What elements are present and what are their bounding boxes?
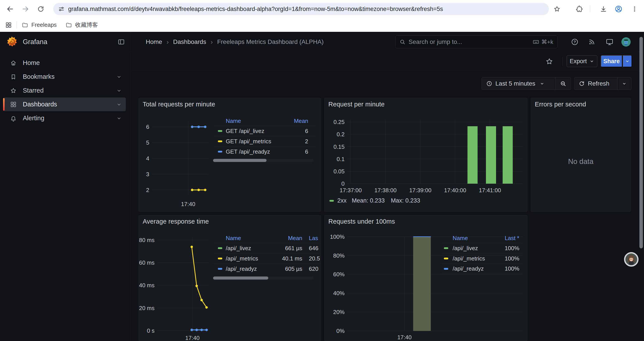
legend-row[interactable]: GET /api/_metrics 2 bbox=[213, 136, 316, 146]
sidebar-item-bookmarks[interactable]: Bookmarks bbox=[3, 70, 126, 84]
series-name[interactable]: /api/_metrics bbox=[226, 255, 270, 262]
news-rss-icon[interactable] bbox=[587, 37, 597, 47]
bookmark-star-icon[interactable] bbox=[552, 5, 562, 14]
help-icon[interactable]: ? bbox=[570, 37, 580, 47]
bookmarks-divider bbox=[17, 22, 17, 29]
svg-text:5: 5 bbox=[146, 139, 149, 146]
legend-row[interactable]: /api/_livez 100% bbox=[441, 243, 522, 253]
svg-text:80 ms: 80 ms bbox=[139, 237, 154, 243]
legend-scrollbar-track[interactable] bbox=[213, 159, 314, 162]
svg-text:?: ? bbox=[574, 40, 576, 44]
series-last: 20.5 r bbox=[302, 255, 321, 262]
refresh-button[interactable]: Refresh bbox=[574, 78, 617, 90]
grafana-sidebar: Grafana Home Bookmarks Starred Dashboard… bbox=[0, 32, 131, 341]
series-swatch bbox=[218, 258, 222, 259]
downloads-icon[interactable] bbox=[599, 5, 608, 14]
sidebar-item-starred[interactable]: Starred bbox=[3, 84, 126, 97]
series-name[interactable]: GET /api/_livez bbox=[226, 128, 264, 135]
breadcrumb-home[interactable]: Home bbox=[146, 38, 162, 46]
grafana-logo[interactable] bbox=[6, 36, 18, 48]
search-input[interactable]: Search or jump to... ⌘+k bbox=[395, 36, 558, 48]
series-last: 100% bbox=[505, 265, 522, 272]
series-name[interactable]: /api/_readyz bbox=[226, 265, 270, 272]
panel-title[interactable]: Average response time bbox=[143, 218, 209, 225]
apps-grid-icon[interactable] bbox=[5, 22, 12, 28]
bell-icon bbox=[10, 115, 17, 122]
series-name[interactable]: /api/_livez bbox=[226, 245, 270, 252]
reload-icon[interactable] bbox=[36, 4, 46, 14]
extensions-icon[interactable] bbox=[575, 5, 584, 14]
floating-assistant-avatar[interactable] bbox=[624, 252, 638, 267]
legend-row[interactable]: /api/_metrics 100% bbox=[441, 253, 522, 263]
svg-text:100%: 100% bbox=[330, 233, 345, 240]
legend-header-name[interactable]: Name bbox=[226, 118, 241, 124]
menu-kebab-icon[interactable] bbox=[630, 5, 639, 14]
legend-scrollbar-track[interactable] bbox=[213, 276, 314, 279]
sidebar-item-home[interactable]: Home bbox=[3, 56, 126, 70]
panel-total-requests-per-minute: 2345617:40 Total requests per minute Nam… bbox=[138, 98, 321, 212]
brand-title[interactable]: Grafana bbox=[23, 38, 47, 46]
dock-sidebar-icon[interactable] bbox=[118, 38, 125, 46]
legend-header-last[interactable]: Last * bbox=[505, 235, 522, 242]
legend-header-mean[interactable]: Mean bbox=[294, 118, 316, 124]
page-scrollbar-thumb[interactable] bbox=[640, 37, 643, 248]
breadcrumb-dashboards[interactable]: Dashboards bbox=[173, 38, 206, 46]
time-range-button[interactable]: Last 5 minutes bbox=[482, 78, 555, 90]
legend-table: Name Last * /api/_livez 100% /api/_metri… bbox=[441, 233, 522, 274]
url-bar[interactable]: grafana.mathmast.com/d/deytv4rwavabkb/fr… bbox=[53, 3, 549, 15]
site-settings-icon[interactable] bbox=[58, 6, 65, 12]
bookmark-folder-blogs[interactable]: 收藏博客 bbox=[66, 21, 98, 29]
forward-icon[interactable] bbox=[20, 4, 30, 14]
series-last: 620 bbox=[302, 265, 321, 272]
series-name[interactable]: /api/_metrics bbox=[453, 255, 485, 262]
legend-header-name[interactable]: Name bbox=[453, 235, 468, 242]
series-name[interactable]: GET /api/_metrics bbox=[226, 138, 271, 145]
profile-icon[interactable] bbox=[614, 5, 623, 14]
share-button[interactable]: Share bbox=[601, 55, 622, 67]
panel-title[interactable]: Requests under 100ms bbox=[328, 218, 395, 225]
request-per-minute-chart: 00.050.10.150.20.2517:37:0017:38:0017:39… bbox=[324, 98, 528, 212]
sidebar-item-dashboards[interactable]: Dashboards bbox=[3, 97, 126, 111]
panel-title[interactable]: Total requests per minute bbox=[143, 101, 215, 108]
screen: { "browser": { "url": "grafana.mathmast.… bbox=[0, 0, 644, 341]
legend-scrollbar-thumb[interactable] bbox=[213, 276, 268, 279]
export-button[interactable]: Export bbox=[566, 55, 597, 67]
legend-row[interactable]: /api/_readyz 605 µs 620 bbox=[213, 263, 321, 274]
legend-row[interactable]: /api/_metrics 40.1 ms 20.5 r bbox=[213, 253, 321, 263]
series-name[interactable]: 2xx bbox=[337, 197, 346, 204]
series-name[interactable]: /api/_livez bbox=[453, 245, 478, 252]
legend-row[interactable]: /api/_readyz 100% bbox=[441, 263, 522, 274]
legend-row[interactable]: /api/_livez 661 µs 646 bbox=[213, 243, 321, 253]
svg-text:40%: 40% bbox=[333, 290, 344, 296]
chevron-down-icon[interactable] bbox=[116, 102, 122, 107]
series-name[interactable]: GET /api/_readyz bbox=[226, 148, 270, 155]
bookmark-folder-freeleaps[interactable]: Freeleaps bbox=[22, 22, 57, 28]
svg-text:17:40:00: 17:40:00 bbox=[444, 187, 466, 194]
legend-scrollbar-thumb[interactable] bbox=[213, 159, 266, 162]
legend-header-last[interactable]: Las bbox=[302, 235, 321, 242]
time-range-label: Last 5 minutes bbox=[496, 80, 535, 87]
favorite-star-icon[interactable] bbox=[545, 57, 554, 66]
chevron-down-icon[interactable] bbox=[116, 115, 122, 121]
refresh-interval-button[interactable] bbox=[618, 78, 631, 90]
monitor-icon[interactable] bbox=[605, 37, 614, 47]
legend-header-mean[interactable]: Mean bbox=[270, 235, 302, 242]
legend-header-name[interactable]: Name bbox=[226, 235, 270, 242]
series-max: Max: 0.233 bbox=[391, 197, 420, 204]
legend-row[interactable]: GET /api/_readyz 6 bbox=[213, 146, 316, 157]
panel-title[interactable]: Request per minute bbox=[328, 101, 385, 108]
panel-requests-under-100ms: 0%20%40%60%80%100%17:40 Requests under 1… bbox=[324, 215, 528, 341]
chevron-down-icon[interactable] bbox=[116, 74, 122, 80]
legend-row[interactable]: GET /api/_livez 6 bbox=[213, 126, 316, 136]
refresh-icon bbox=[579, 81, 585, 87]
url-text[interactable]: grafana.mathmast.com/d/deytv4rwavabkb/fr… bbox=[68, 6, 443, 13]
sidebar-item-alerting[interactable]: Alerting bbox=[3, 111, 126, 125]
panel-title[interactable]: Errors per second bbox=[535, 101, 586, 108]
zoom-out-button[interactable] bbox=[556, 78, 571, 90]
back-icon[interactable] bbox=[5, 4, 15, 14]
series-name[interactable]: /api/_readyz bbox=[453, 265, 484, 272]
bookmarks-bar: Freeleaps 收藏博客 bbox=[0, 18, 644, 32]
share-dropdown-button[interactable] bbox=[623, 55, 632, 67]
chevron-down-icon[interactable] bbox=[116, 88, 122, 94]
user-avatar[interactable] bbox=[621, 37, 631, 47]
